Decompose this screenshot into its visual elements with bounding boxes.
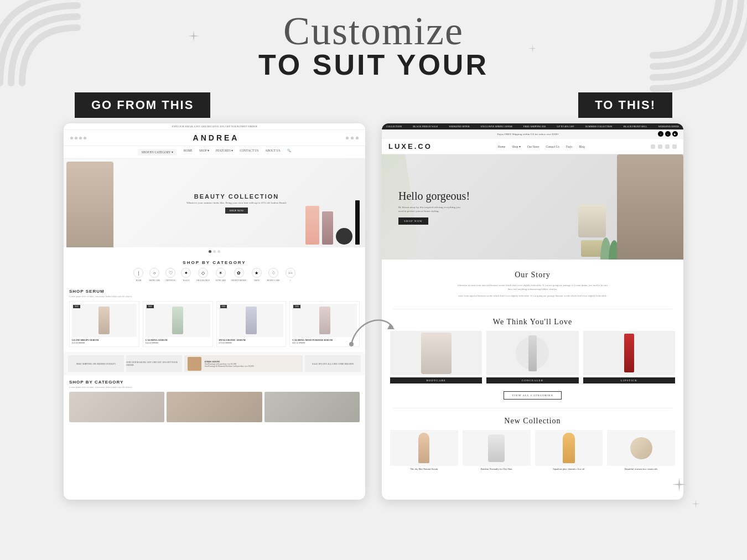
andrea-products-row: NEW GLOW DROPS SERUM $39.00 $45.00 bbox=[69, 301, 360, 347]
luxe-announcement-text: Enjoy FREE Shipping within US for orders… bbox=[497, 133, 559, 136]
luxe-wishlist-icon[interactable] bbox=[665, 144, 670, 149]
andrea-nav-search-icon[interactable]: 🔍 bbox=[287, 149, 291, 155]
luxe-hero-title: Hello gorgeous! bbox=[398, 190, 470, 203]
luxe-new-product-1-name: The dry Mat Natural Serum bbox=[410, 468, 438, 470]
andrea-bottom-product-3[interactable] bbox=[264, 392, 360, 422]
andrea-product-2[interactable]: NEW CALMING SERUM $44.00 $55.00 bbox=[143, 301, 213, 347]
luxe-new-product-4[interactable]: Beautiful women face cream oils bbox=[607, 430, 675, 470]
andrea-serum-bottle-1 bbox=[98, 307, 110, 334]
luxe-new-product-4-img bbox=[607, 430, 675, 466]
transformation-arrow-container bbox=[346, 308, 401, 352]
andrea-dot-3[interactable] bbox=[217, 250, 220, 253]
luxe-love-product-3[interactable]: LIPSTICK bbox=[583, 331, 675, 383]
andrea-nav-category[interactable]: SHOP BY CATEGORY ▾ bbox=[138, 149, 177, 155]
luxe-new-product-2[interactable]: Pandora Normally for Dry Skin bbox=[463, 430, 531, 470]
andrea-product-1[interactable]: NEW GLOW DROPS SERUM $39.00 $45.00 bbox=[69, 301, 139, 347]
andrea-product-1-old: $45.00 bbox=[79, 341, 85, 344]
andrea-new-badge-1: NEW bbox=[73, 305, 80, 308]
andrea-hero-dots bbox=[64, 247, 365, 256]
luxe-nav-faq[interactable]: Faq's bbox=[566, 145, 572, 148]
andrea-cat-skin[interactable]: ★ SKIN bbox=[252, 268, 262, 282]
luxe-new-product-4-name: Beautiful women face cream oils bbox=[625, 468, 657, 470]
luxe-love-product-1[interactable]: BODYCARE bbox=[390, 331, 482, 383]
andrea-cat-skin-label: SKIN bbox=[254, 279, 259, 282]
andrea-cat-suncare[interactable]: ☀ SUNCARE bbox=[216, 268, 226, 282]
luxe-cart-icon[interactable] bbox=[672, 144, 677, 149]
luxe-hero-woman bbox=[617, 154, 683, 260]
andrea-product-4-old: $75.00 bbox=[299, 341, 305, 344]
andrea-bottom-product-2[interactable] bbox=[167, 392, 262, 422]
andrea-cat-fragrance[interactable]: ◇ FRAGRANCE bbox=[196, 268, 210, 282]
andrea-product-3[interactable]: NEW HYALURONIC SERUM $79.00 $89.00 bbox=[216, 301, 287, 347]
andrea-search-icon[interactable] bbox=[346, 137, 349, 139]
andrea-product-3-old: $89.00 bbox=[226, 341, 232, 344]
andrea-nav-shop[interactable]: SHOP ▾ bbox=[199, 149, 209, 155]
luxe-tw-icon[interactable]: t bbox=[665, 131, 671, 137]
andrea-cat-skincare-label: SKINCARE bbox=[149, 279, 160, 282]
andrea-nav-features[interactable]: FEATURES ▾ bbox=[216, 149, 234, 155]
luxe-concealer-tube bbox=[528, 335, 537, 371]
luxe-hero-content: Hello gorgeous! Be blown away by this in… bbox=[382, 190, 486, 225]
andrea-site: JOIN OUR EMAIL LIST AND RECEIVE 20% OFF … bbox=[64, 123, 365, 500]
luxe-user-icon[interactable] bbox=[658, 144, 662, 149]
andrea-banner-1: FREE SHIPPING ON ORDERS OVER $75 bbox=[68, 355, 124, 372]
svg-point-0 bbox=[349, 342, 354, 346]
andrea-hero: BEAUTY COLLECTION Whatever your summer l… bbox=[64, 159, 365, 247]
luxe-new-collection-title: New Collection bbox=[390, 417, 675, 426]
andrea-product-1-img: NEW bbox=[72, 304, 137, 337]
luxe-new-bottle-2 bbox=[488, 434, 505, 462]
luxe-search-icon[interactable] bbox=[651, 144, 655, 149]
andrea-bottom-product-1[interactable] bbox=[69, 392, 164, 422]
luxe-logo: LUXE.CO bbox=[388, 142, 432, 151]
luxe-our-story-section: Our Story Alteration in some form inject… bbox=[382, 260, 683, 306]
luxe-new-bottle-1 bbox=[418, 433, 429, 463]
andrea-nav-home[interactable]: HOME bbox=[183, 149, 192, 155]
luxe-love-product-1-img bbox=[390, 331, 482, 375]
luxe-new-collection-section: New Collection The dry Mat Natural Serum bbox=[382, 411, 683, 473]
andrea-nav-cat-label: SHOP BY CATEGORY bbox=[141, 151, 170, 154]
andrea-cat-lipstick[interactable]: ♡ LIPSTICK bbox=[165, 268, 175, 282]
andrea-dot-2[interactable] bbox=[213, 250, 216, 253]
luxe-hero-product-jar bbox=[581, 240, 603, 257]
luxe-topbar-off: UP TO 40% OFF bbox=[557, 125, 574, 128]
andrea-new-badge-2: NEW bbox=[147, 305, 154, 308]
andrea-cat-more[interactable]: ⋯ + bbox=[286, 268, 295, 282]
andrea-cart-icon[interactable] bbox=[356, 137, 359, 139]
luxe-nav-store[interactable]: Our Store bbox=[527, 145, 540, 148]
andrea-cat-hair[interactable]: | HAIR bbox=[133, 268, 143, 282]
luxe-new-product-3[interactable]: Squalene plus vitamin c Jow oil bbox=[535, 430, 603, 470]
andrea-dot-1[interactable] bbox=[209, 250, 211, 253]
andrea-promo-item-2: Stud Earrings & Diamond Necklace with pu… bbox=[205, 365, 254, 367]
luxe-nav-contact[interactable]: Contact Us bbox=[546, 145, 559, 148]
andrea-hero-sub: Whatever your summer looks like. Bring y… bbox=[186, 201, 287, 204]
andrea-cat-moisturiser[interactable]: ✿ MOISTURISER bbox=[231, 268, 246, 282]
luxe-fb-icon[interactable]: f bbox=[658, 131, 663, 137]
andrea-cat-skincare[interactable]: ○ SKINCARE bbox=[149, 268, 160, 282]
luxe-announcement-social: f t ▶ bbox=[658, 131, 678, 137]
luxe-topbar-collection: COLLECTION bbox=[386, 125, 402, 128]
andrea-product-mascara bbox=[355, 200, 360, 245]
andrea-footer-banners: FREE SHIPPING ON ORDERS OVER $75 JOIN OU… bbox=[64, 352, 365, 375]
luxe-ig-icon[interactable]: ▶ bbox=[672, 131, 678, 137]
luxe-new-product-1[interactable]: The dry Mat Natural Serum bbox=[390, 430, 458, 470]
luxe-love-product-2[interactable]: CONCEALER bbox=[486, 331, 578, 383]
luxe-bodycare-bottle bbox=[421, 333, 452, 374]
andrea-nav-contact[interactable]: CONTACT US bbox=[240, 149, 258, 155]
andrea-cat-nails[interactable]: ✦ NAILS bbox=[181, 268, 191, 282]
andrea-nav-about[interactable]: ABOUT US bbox=[265, 149, 280, 155]
luxe-nav-blog[interactable]: Blog bbox=[579, 145, 585, 148]
luxe-nav-shop[interactable]: Shop ▾ bbox=[512, 145, 521, 148]
luxe-hero-btn[interactable]: SHOP NOW bbox=[398, 217, 428, 225]
andrea-bottom-cat-title: SHOP BY CATEGORY bbox=[69, 380, 360, 385]
luxe-view-all-btn[interactable]: VIEW ALL CATEGORIES bbox=[504, 391, 561, 400]
luxe-nav-home[interactable]: Home bbox=[498, 145, 505, 148]
andrea-product-2-old: $55.00 bbox=[152, 341, 158, 344]
andrea-hero-btn[interactable]: SHOP NOW bbox=[225, 208, 248, 214]
luxe-topbar-bf: BLACK FRONT SELL bbox=[624, 125, 647, 128]
andrea-cat-bodycare[interactable]: ♢ BODY CARE bbox=[267, 268, 280, 282]
luxe-new-product-3-img bbox=[535, 430, 603, 466]
luxe-mockup: COLLECTION BLACK FRIDAY SALE WEEKEND OFF… bbox=[382, 123, 683, 500]
andrea-cat-lipstick-icon: ♡ bbox=[165, 268, 175, 278]
luxe-love-product-3-label: LIPSTICK bbox=[583, 377, 675, 383]
andrea-wishlist-icon[interactable] bbox=[351, 137, 354, 139]
